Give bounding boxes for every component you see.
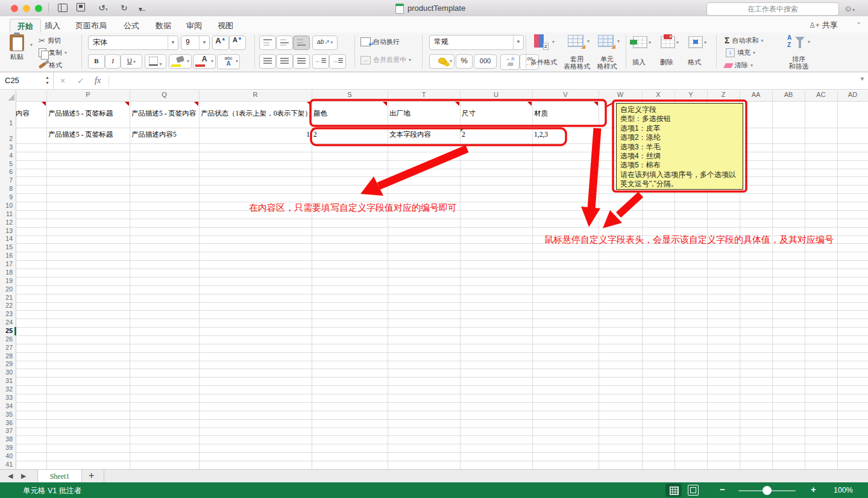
cell-R2[interactable]: 1 [201, 128, 310, 141]
zoom-slider-knob[interactable] [763, 486, 772, 495]
fill-button[interactable]: ↓填充▾ [726, 48, 755, 57]
font-size-combo[interactable]: 9▼ [181, 36, 210, 50]
customize-toolbar-icon[interactable]: ▼̶ [137, 4, 143, 15]
format-as-table-button[interactable]: ▾ [568, 35, 583, 48]
align-top-button[interactable] [259, 36, 276, 50]
increase-decimal-button[interactable]: ←.0.00 [500, 54, 520, 70]
row-header-8[interactable]: 8 [0, 185, 13, 192]
insert-cells-button[interactable]: ▾ [633, 36, 647, 49]
column-header-AA[interactable]: AA [740, 91, 772, 98]
row-header-34[interactable]: 34 [0, 402, 13, 409]
row-header-22[interactable]: 22 [0, 302, 13, 309]
cancel-entry-icon[interactable]: × [60, 76, 65, 86]
tab-view[interactable]: 视图 [216, 19, 234, 33]
cell-V2[interactable]: 1,2,3 [534, 128, 597, 141]
italic-button[interactable]: I [105, 54, 121, 69]
toolbar-panel-icon[interactable] [58, 4, 68, 12]
row-header-35[interactable]: 35 [0, 411, 13, 418]
column-header-Q[interactable]: Q [130, 91, 199, 98]
text-orientation-button[interactable]: ab↗ ▾ [312, 36, 338, 50]
collapse-ribbon-icon[interactable]: ⌃ [856, 21, 861, 29]
cell-Q1[interactable]: 产品描述5 - 页签内容 [131, 101, 197, 125]
row-header-32[interactable]: 32 [0, 385, 13, 393]
row-header-1[interactable]: 1 [0, 119, 13, 126]
underline-button[interactable]: U ▾ [121, 54, 142, 69]
row-header-21[interactable]: 21 [0, 294, 13, 301]
thousands-format-button[interactable]: 000 [474, 54, 497, 69]
column-header-P[interactable]: P [46, 91, 130, 98]
row-header-20[interactable]: 20 [0, 285, 13, 293]
tab-insert[interactable]: 插入 [43, 19, 61, 33]
row-header-24[interactable]: 24 [0, 319, 13, 326]
undo-icon[interactable]: ↺▾ [98, 2, 108, 15]
copy-button[interactable]: 复制▾ [39, 48, 67, 57]
wrap-text-button[interactable]: 自动换行 [360, 37, 400, 46]
cell-T1[interactable]: 出厂地 [389, 101, 458, 125]
next-sheet-icon[interactable]: ▶ [21, 472, 26, 480]
name-box[interactable]: C25 ▲▼ [0, 72, 54, 89]
row-header-23[interactable]: 23 [0, 310, 13, 317]
prev-sheet-icon[interactable]: ◀ [8, 472, 13, 480]
row-header-17[interactable]: 17 [0, 260, 13, 267]
autosum-button[interactable]: Σ自动求和▾ [725, 36, 763, 45]
column-header-W[interactable]: W [599, 91, 642, 98]
row-header-40[interactable]: 40 [0, 452, 13, 459]
decrease-indent-button[interactable]: ←☰ [312, 54, 329, 69]
row-header-2[interactable]: 2 [0, 135, 13, 142]
cell-S1[interactable]: 颜色 [313, 101, 386, 125]
row-header-18[interactable]: 18 [0, 269, 13, 276]
expand-formula-bar-icon[interactable]: ▼ [860, 76, 865, 82]
borders-button[interactable]: ▾ [145, 54, 166, 69]
fill-color-button[interactable]: ▾ [169, 54, 192, 69]
row-header-41[interactable]: 41 [0, 461, 13, 468]
currency-format-button[interactable]: ▾ [429, 54, 454, 69]
row-header-15[interactable]: 15 [0, 243, 13, 251]
normal-view-button[interactable] [665, 484, 682, 497]
align-center-button[interactable] [276, 54, 293, 69]
column-header-R[interactable]: R [199, 91, 312, 98]
row-header-3[interactable]: 3 [0, 143, 13, 151]
zoom-in-button[interactable]: + [811, 484, 816, 494]
row-header-14[interactable]: 14 [0, 235, 13, 242]
align-middle-button[interactable] [276, 36, 293, 50]
share-button[interactable]: ♙+ 共享 [809, 20, 838, 31]
zoom-window-button[interactable] [35, 5, 42, 12]
bold-button[interactable]: B [88, 54, 105, 69]
row-header-31[interactable]: 31 [0, 377, 13, 384]
row-header-4[interactable]: 4 [0, 152, 13, 159]
merge-center-button[interactable]: ↔合并后居中▾ [360, 55, 411, 64]
align-left-button[interactable] [259, 54, 276, 69]
row-header-37[interactable]: 37 [0, 427, 13, 434]
row-header-26[interactable]: 26 [0, 335, 13, 343]
cell-Q2[interactable]: 产品描述内容5 [131, 128, 197, 141]
cell-S2[interactable]: 2 [313, 128, 386, 141]
cell-P2[interactable]: 产品描述5 - 页签标题 [48, 128, 128, 141]
column-header-AB[interactable]: AB [772, 91, 805, 98]
number-format-combo[interactable]: 常规▼ [429, 35, 524, 50]
row-header-27[interactable]: 27 [0, 344, 13, 351]
clear-button[interactable]: 清除▾ [725, 61, 753, 70]
zoom-out-button[interactable]: − [720, 484, 725, 494]
tab-home[interactable]: 开始 [10, 19, 41, 34]
column-header-AD[interactable]: AD [837, 91, 868, 98]
decrease-font-button[interactable]: A▼ [229, 36, 246, 50]
cell-P1[interactable]: 产品描述5 - 页签标题 [48, 101, 128, 125]
row-header-38[interactable]: 38 [0, 435, 13, 443]
close-window-button[interactable] [11, 5, 18, 12]
cell-R1[interactable]: 产品状态（1表示上架，0表示下架） [201, 101, 310, 125]
sheet-tab-sheet1[interactable]: Sheet1 [37, 470, 82, 483]
cut-button[interactable]: ✂剪切 [39, 36, 61, 45]
font-name-combo[interactable]: 宋体▼ [88, 36, 178, 50]
sort-filter-button[interactable]: A Z ▾ [787, 34, 805, 51]
row-header-16[interactable]: 16 [0, 252, 13, 259]
percent-format-button[interactable]: % [456, 54, 473, 69]
redo-icon[interactable]: ↻ [121, 2, 128, 13]
tab-review[interactable]: 审阅 [185, 19, 203, 33]
align-right-button[interactable] [293, 54, 310, 69]
row-header-10[interactable]: 10 [0, 202, 13, 209]
row-header-25[interactable]: 25 [0, 327, 13, 334]
row-header-13[interactable]: 13 [0, 227, 13, 234]
row-header-11[interactable]: 11 [0, 210, 13, 217]
tab-page-layout[interactable]: 页面布局 [74, 19, 108, 33]
format-cells-button[interactable]: ▾ [688, 36, 703, 49]
